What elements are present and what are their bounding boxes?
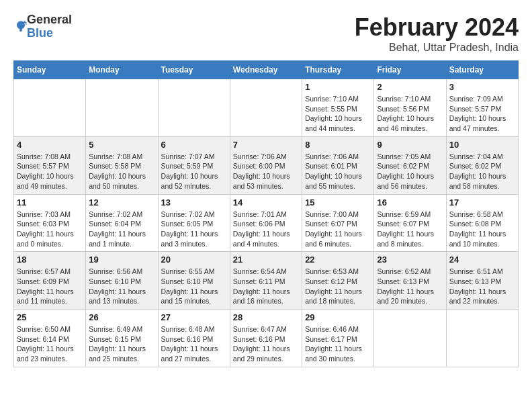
calendar-cell: 6Sunrise: 7:07 AMSunset: 5:59 PMDaylight… [158, 136, 230, 194]
calendar-cell: 11Sunrise: 7:03 AMSunset: 6:03 PMDayligh… [14, 194, 86, 252]
day-info: Sunrise: 6:49 AMSunset: 6:15 PMDaylight:… [89, 324, 154, 364]
day-number: 8 [305, 140, 371, 150]
day-number: 23 [377, 255, 443, 265]
calendar-cell: 5Sunrise: 7:08 AMSunset: 5:58 PMDaylight… [86, 136, 158, 194]
day-number: 24 [449, 255, 515, 265]
day-info: Sunrise: 7:08 AMSunset: 5:58 PMDaylight:… [89, 152, 154, 191]
day-number: 4 [17, 140, 83, 150]
calendar-cell: 23Sunrise: 6:52 AMSunset: 6:13 PMDayligh… [374, 252, 446, 310]
day-number: 28 [233, 312, 299, 322]
calendar-cell [14, 79, 86, 137]
day-number: 2 [377, 82, 443, 92]
day-info: Sunrise: 7:06 AMSunset: 6:00 PMDaylight:… [233, 152, 299, 191]
day-info: Sunrise: 6:59 AMSunset: 6:07 PMDaylight:… [377, 210, 443, 249]
day-info: Sunrise: 6:46 AMSunset: 6:17 PMDaylight:… [305, 324, 371, 364]
day-number: 13 [161, 197, 227, 208]
calendar-cell: 27Sunrise: 6:48 AMSunset: 6:16 PMDayligh… [158, 310, 230, 367]
day-info: Sunrise: 6:54 AMSunset: 6:11 PMDaylight:… [233, 267, 299, 306]
day-info: Sunrise: 7:07 AMSunset: 5:59 PMDaylight:… [161, 152, 227, 191]
calendar-cell: 20Sunrise: 6:55 AMSunset: 6:10 PMDayligh… [158, 252, 230, 310]
calendar-cell: 19Sunrise: 6:56 AMSunset: 6:10 PMDayligh… [86, 252, 158, 310]
calendar-cell: 26Sunrise: 6:49 AMSunset: 6:15 PMDayligh… [86, 310, 158, 367]
calendar-cell: 3Sunrise: 7:09 AMSunset: 5:57 PMDaylight… [446, 79, 518, 137]
calendar-cell: 9Sunrise: 7:05 AMSunset: 6:02 PMDaylight… [374, 136, 446, 194]
day-number: 27 [161, 312, 227, 322]
calendar-cell [230, 79, 302, 137]
day-info: Sunrise: 6:51 AMSunset: 6:13 PMDaylight:… [449, 267, 515, 306]
day-info: Sunrise: 7:02 AMSunset: 6:04 PMDaylight:… [89, 210, 154, 249]
logo-text: General Blue [27, 13, 72, 40]
calendar-cell: 15Sunrise: 7:00 AMSunset: 6:07 PMDayligh… [302, 194, 374, 252]
weekday-header: Wednesday [230, 61, 302, 79]
calendar-cell: 22Sunrise: 6:53 AMSunset: 6:12 PMDayligh… [302, 252, 374, 310]
weekday-header: Sunday [14, 61, 86, 79]
weekday-header: Thursday [302, 61, 374, 79]
calendar-cell: 13Sunrise: 7:02 AMSunset: 6:05 PMDayligh… [158, 194, 230, 252]
page-header: General Blue February 2024 Behat, Uttar … [13, 13, 519, 54]
day-info: Sunrise: 7:08 AMSunset: 5:57 PMDaylight:… [17, 152, 83, 191]
day-info: Sunrise: 6:56 AMSunset: 6:10 PMDaylight:… [89, 267, 154, 306]
day-number: 15 [305, 197, 371, 208]
day-number: 20 [161, 255, 227, 265]
location-title: Behat, Uttar Pradesh, India [355, 42, 519, 54]
day-number: 22 [305, 255, 371, 265]
day-info: Sunrise: 7:10 AMSunset: 5:55 PMDaylight:… [305, 94, 371, 134]
calendar-table: SundayMondayTuesdayWednesdayThursdayFrid… [13, 60, 519, 367]
calendar-cell: 29Sunrise: 6:46 AMSunset: 6:17 PMDayligh… [302, 310, 374, 367]
day-info: Sunrise: 6:52 AMSunset: 6:13 PMDaylight:… [377, 267, 443, 306]
calendar-cell: 7Sunrise: 7:06 AMSunset: 6:00 PMDaylight… [230, 136, 302, 194]
calendar-cell: 17Sunrise: 6:58 AMSunset: 6:08 PMDayligh… [446, 194, 518, 252]
title-area: February 2024 Behat, Uttar Pradesh, Indi… [355, 13, 519, 54]
calendar-cell: 24Sunrise: 6:51 AMSunset: 6:13 PMDayligh… [446, 252, 518, 310]
day-number: 12 [89, 197, 154, 208]
day-number: 9 [377, 140, 443, 150]
general-blue-icon [15, 20, 27, 32]
day-number: 10 [449, 140, 515, 150]
calendar-cell: 4Sunrise: 7:08 AMSunset: 5:57 PMDaylight… [14, 136, 86, 194]
day-info: Sunrise: 7:04 AMSunset: 6:02 PMDaylight:… [449, 152, 515, 191]
calendar-cell [374, 310, 446, 367]
day-number: 1 [305, 82, 371, 92]
day-number: 18 [17, 255, 83, 265]
calendar-header-row: SundayMondayTuesdayWednesdayThursdayFrid… [14, 61, 519, 79]
calendar-cell: 28Sunrise: 6:47 AMSunset: 6:16 PMDayligh… [230, 310, 302, 367]
calendar-cell: 25Sunrise: 6:50 AMSunset: 6:14 PMDayligh… [14, 310, 86, 367]
day-number: 29 [305, 312, 371, 322]
weekday-header: Monday [86, 61, 158, 79]
calendar-cell [446, 310, 518, 367]
day-info: Sunrise: 7:02 AMSunset: 6:05 PMDaylight:… [161, 210, 227, 249]
day-info: Sunrise: 6:58 AMSunset: 6:08 PMDaylight:… [449, 210, 515, 249]
day-info: Sunrise: 6:47 AMSunset: 6:16 PMDaylight:… [233, 324, 299, 364]
day-info: Sunrise: 6:55 AMSunset: 6:10 PMDaylight:… [161, 267, 227, 306]
day-number: 25 [17, 312, 83, 322]
weekday-header: Tuesday [158, 61, 230, 79]
calendar-week-row: 11Sunrise: 7:03 AMSunset: 6:03 PMDayligh… [14, 194, 519, 252]
day-number: 17 [449, 197, 515, 208]
calendar-cell: 12Sunrise: 7:02 AMSunset: 6:04 PMDayligh… [86, 194, 158, 252]
calendar-cell: 8Sunrise: 7:06 AMSunset: 6:01 PMDaylight… [302, 136, 374, 194]
day-info: Sunrise: 7:00 AMSunset: 6:07 PMDaylight:… [305, 210, 371, 249]
day-number: 6 [161, 140, 227, 150]
day-number: 14 [233, 197, 299, 208]
day-info: Sunrise: 7:01 AMSunset: 6:06 PMDaylight:… [233, 210, 299, 249]
calendar-week-row: 25Sunrise: 6:50 AMSunset: 6:14 PMDayligh… [14, 310, 519, 367]
day-info: Sunrise: 6:53 AMSunset: 6:12 PMDaylight:… [305, 267, 371, 306]
day-info: Sunrise: 6:50 AMSunset: 6:14 PMDaylight:… [17, 324, 83, 364]
calendar-week-row: 4Sunrise: 7:08 AMSunset: 5:57 PMDaylight… [14, 136, 519, 194]
day-info: Sunrise: 7:03 AMSunset: 6:03 PMDaylight:… [17, 210, 83, 249]
calendar-cell: 16Sunrise: 6:59 AMSunset: 6:07 PMDayligh… [374, 194, 446, 252]
day-number: 16 [377, 197, 443, 208]
calendar-cell [158, 79, 230, 137]
day-number: 26 [89, 312, 154, 322]
day-number: 19 [89, 255, 154, 265]
day-number: 3 [449, 82, 515, 92]
day-number: 7 [233, 140, 299, 150]
month-title: February 2024 [355, 13, 519, 42]
calendar-cell: 10Sunrise: 7:04 AMSunset: 6:02 PMDayligh… [446, 136, 518, 194]
day-info: Sunrise: 7:10 AMSunset: 5:56 PMDaylight:… [377, 94, 443, 134]
day-number: 5 [89, 140, 154, 150]
day-info: Sunrise: 7:06 AMSunset: 6:01 PMDaylight:… [305, 152, 371, 191]
calendar-cell [86, 79, 158, 137]
day-number: 21 [233, 255, 299, 265]
day-info: Sunrise: 6:57 AMSunset: 6:09 PMDaylight:… [17, 267, 83, 306]
